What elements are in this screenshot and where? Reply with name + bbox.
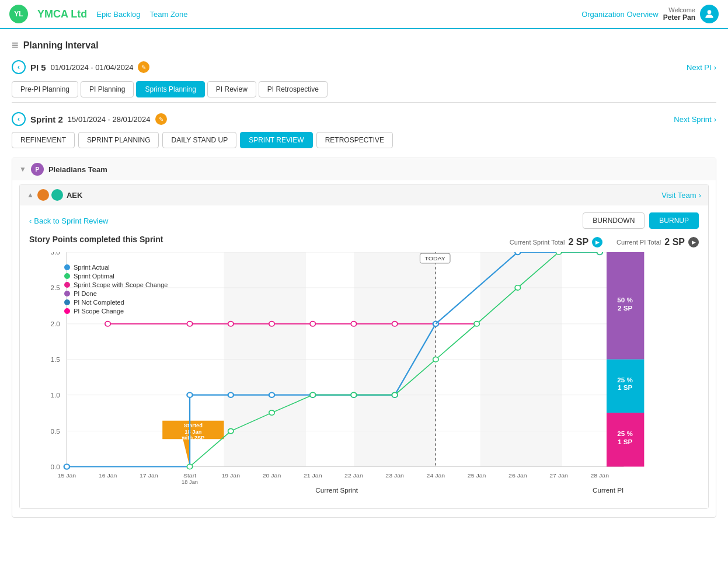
tab-pi-review[interactable]: PI Review <box>207 81 256 97</box>
svg-point-50 <box>310 322 315 326</box>
visit-team-link[interactable]: Visit Team › <box>661 191 701 200</box>
legend-pi-not-completed: PI Not Completed <box>64 299 168 306</box>
tab-retrospective[interactable]: RETROSPECTIVE <box>316 132 393 148</box>
svg-text:25 %: 25 % <box>617 431 633 437</box>
nav-team-zone[interactable]: Team Zone <box>149 10 187 19</box>
svg-text:1 SP: 1 SP <box>618 385 633 391</box>
aek-avatar-1 <box>37 189 49 201</box>
prev-pi-button[interactable]: ‹ <box>12 60 26 74</box>
aek-name: AEK <box>67 191 82 200</box>
legend-pi-scope-change: PI Scope Change <box>64 308 168 315</box>
svg-text:28 Jan: 28 Jan <box>590 473 609 479</box>
svg-point-49 <box>269 322 274 326</box>
svg-text:26 Jan: 26 Jan <box>508 473 527 479</box>
svg-text:21 Jan: 21 Jan <box>304 473 322 479</box>
nav-epic-backlog[interactable]: Epic Backlog <box>96 10 140 19</box>
svg-point-62 <box>515 252 520 254</box>
pi-row-left: ‹ PI 5 01/01/2024 - 01/04/2024 ✎ <box>12 60 149 74</box>
next-pi-link[interactable]: Next PI › <box>687 63 716 72</box>
sprint-label: Sprint 2 <box>30 114 63 124</box>
aek-section: ▲ AEK Visit Team › <box>19 184 709 509</box>
tab-pi-retro[interactable]: PI Retrospective <box>259 81 328 97</box>
svg-text:18 Jan: 18 Jan <box>184 429 201 434</box>
collapse-icon: ▼ <box>19 165 26 173</box>
sprint-edit-button[interactable]: ✎ <box>155 113 167 125</box>
next-sprint-chevron: › <box>714 115 716 124</box>
tab-refinement[interactable]: REFINEMENT <box>12 132 75 148</box>
svg-text:0.0: 0.0 <box>50 463 60 470</box>
svg-text:17 Jan: 17 Jan <box>140 473 158 479</box>
aek-header[interactable]: ▲ AEK Visit Team › <box>20 184 708 205</box>
pi-icon: ≡ <box>12 39 19 52</box>
svg-text:25 Jan: 25 Jan <box>468 473 486 479</box>
legend-sprint-optimal: Sprint Optimal <box>64 273 168 280</box>
svg-text:27 Jan: 27 Jan <box>549 473 568 479</box>
back-label: Back to Sprint Review <box>34 217 108 225</box>
svg-point-47 <box>187 322 192 326</box>
sprint-row: ‹ Sprint 2 15/01/2024 - 28/01/2024 ✎ Nex… <box>12 112 716 126</box>
svg-point-72 <box>515 285 520 290</box>
sprint-row-left: ‹ Sprint 2 15/01/2024 - 28/01/2024 ✎ <box>12 112 167 126</box>
svg-text:TODAY: TODAY <box>425 255 446 261</box>
svg-point-67 <box>310 392 315 397</box>
svg-point-70 <box>433 357 438 362</box>
pi-edit-button[interactable]: ✎ <box>138 61 149 73</box>
svg-point-69 <box>392 392 397 397</box>
svg-text:2 SP: 2 SP <box>618 305 633 311</box>
next-pi-chevron: › <box>714 63 716 72</box>
current-pi-total-label: Current PI Total <box>616 239 661 246</box>
svg-text:0.5: 0.5 <box>50 428 60 434</box>
next-pi-label: Next PI <box>687 63 712 72</box>
svg-text:1 SP: 1 SP <box>618 438 633 445</box>
svg-point-56 <box>228 392 234 397</box>
visit-team-chevron: › <box>699 191 701 200</box>
tab-daily-standup[interactable]: DAILY STAND UP <box>162 132 236 148</box>
svg-text:24 Jan: 24 Jan <box>427 473 445 479</box>
tab-pi-planning[interactable]: PI Planning <box>81 81 134 97</box>
next-sprint-label: Next Sprint <box>674 115 711 124</box>
svg-text:with 2SP: with 2SP <box>181 435 204 441</box>
svg-text:1.5: 1.5 <box>50 357 60 363</box>
logo: YL <box>9 5 28 23</box>
svg-point-66 <box>269 410 274 415</box>
svg-point-52 <box>392 322 397 326</box>
team-section: ▼ P Pleiadians Team ▲ AEK Visit <box>12 158 716 518</box>
svg-text:25 %: 25 % <box>617 376 633 383</box>
tab-sprints-planning[interactable]: Sprints Planning <box>136 81 204 97</box>
tab-sprint-review[interactable]: SPRINT REVIEW <box>240 132 312 148</box>
burnup-button[interactable]: BURNUP <box>649 212 699 229</box>
team-header[interactable]: ▼ P Pleiadians Team <box>12 158 716 180</box>
prev-sprint-button[interactable]: ‹ <box>12 112 26 126</box>
team-avatar: P <box>31 163 44 176</box>
tab-pre-pi[interactable]: Pre-PI Planning <box>12 81 78 97</box>
svg-point-68 <box>351 392 356 397</box>
svg-point-71 <box>474 322 479 326</box>
svg-point-0 <box>708 10 712 14</box>
sprint-total-icon: ▶ <box>592 237 602 247</box>
chart-top-bar: ‹ Back to Sprint Review BURNDOWN BURNUP <box>29 212 699 229</box>
tab-sprint-planning[interactable]: SPRINT PLANNING <box>78 132 159 148</box>
svg-text:Current Sprint: Current Sprint <box>315 487 358 493</box>
aek-header-left: ▲ AEK <box>27 189 82 201</box>
burndown-button[interactable]: BURNDOWN <box>583 212 645 229</box>
next-sprint-link[interactable]: Next Sprint › <box>674 115 716 124</box>
svg-point-54 <box>64 464 69 469</box>
pi-label: PI 5 <box>30 62 46 72</box>
back-to-sprint-review-button[interactable]: ‹ Back to Sprint Review <box>29 217 109 225</box>
current-sprint-total-label: Current Sprint Total <box>510 239 565 246</box>
main-content: ≡ Planning Interval ‹ PI 5 01/01/2024 - … <box>0 29 728 532</box>
pi-title: Planning Interval <box>23 40 99 51</box>
svg-text:18 Jan: 18 Jan <box>182 479 198 484</box>
avatar[interactable] <box>700 5 719 23</box>
legend-sprint-actual: Sprint Actual <box>64 264 168 271</box>
svg-text:23 Jan: 23 Jan <box>385 473 404 479</box>
svg-text:2.5: 2.5 <box>50 285 60 291</box>
svg-text:Current PI: Current PI <box>593 487 623 493</box>
chart-buttons: BURNDOWN BURNUP <box>583 212 699 229</box>
svg-text:2.0: 2.0 <box>50 321 60 327</box>
org-overview-link[interactable]: Organization Overview <box>581 10 659 19</box>
current-pi-sp: 2 SP <box>664 237 685 247</box>
svg-point-73 <box>556 252 561 254</box>
svg-point-51 <box>351 322 356 326</box>
sprint-dates: 15/01/2024 - 28/01/2024 <box>68 115 151 124</box>
